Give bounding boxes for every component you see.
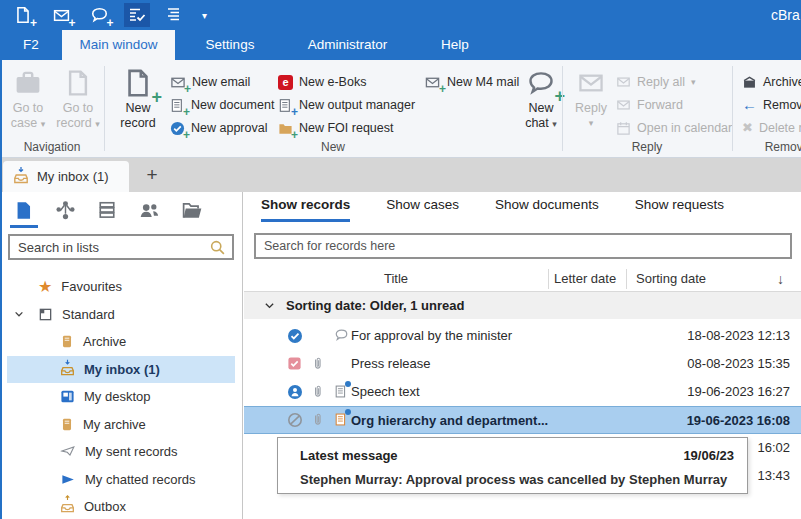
shelf-icon[interactable] — [96, 199, 118, 221]
tab-help[interactable]: Help — [410, 30, 500, 60]
quick-new-email-icon[interactable]: + — [48, 3, 74, 27]
tab-show-requests[interactable]: Show requests — [635, 197, 724, 222]
tree-item-my-inbox[interactable]: My inbox (1) — [7, 356, 235, 384]
forward-button: Forward — [616, 95, 683, 115]
new-record-button[interactable]: + New record — [112, 65, 164, 139]
main-panel: Show records Show cases Show documents S… — [244, 192, 801, 519]
tab-show-cases[interactable]: Show cases — [386, 197, 459, 222]
list-search-input[interactable] — [18, 240, 209, 255]
records-search-box — [254, 233, 792, 259]
inbox-icon — [13, 169, 29, 185]
record-row-selected[interactable]: Org hierarchy and department... 19-06-20… — [244, 406, 801, 434]
chevron-down-icon[interactable] — [13, 308, 25, 320]
group-header-row[interactable]: Sorting date: Older, 1 unread — [244, 292, 801, 319]
tree-item-my-desktop[interactable]: My desktop — [0, 383, 242, 411]
tab-my-inbox[interactable]: My inbox (1) — [3, 161, 129, 192]
archive-book-icon — [60, 334, 74, 349]
paper-plane-icon — [60, 444, 76, 459]
paperclip-icon — [311, 412, 325, 427]
archive-button[interactable]: Archive — [742, 72, 801, 92]
new-chat-button[interactable]: + New chat ▾ — [518, 65, 564, 139]
caret-down-icon: ▾ — [552, 119, 557, 129]
foi-folder-icon: + — [278, 121, 293, 136]
ribbon: Go to case ▾ Go to record ▾ Navigation +… — [0, 60, 801, 158]
reply-all-button: Reply all ▾ — [616, 72, 695, 92]
new-approval-button[interactable]: + New approval — [170, 118, 267, 138]
tree-item-my-archive[interactable]: My archive — [0, 411, 242, 439]
sort-descending-icon: ↓ — [777, 266, 784, 292]
record-row[interactable]: For approval by the minister 18-08-2023 … — [244, 322, 801, 350]
new-approval-icon: + — [170, 121, 185, 136]
new-output-manager-button[interactable]: + New output manager — [278, 95, 415, 115]
tab-show-records[interactable]: Show records — [261, 197, 350, 222]
folders-icon[interactable] — [180, 199, 202, 221]
tab-main-window[interactable]: Main window — [62, 30, 175, 60]
document-tab-strip: My inbox (1) + — [0, 158, 801, 192]
tab-f2[interactable]: F2 — [0, 30, 62, 60]
tab-administrator[interactable]: Administrator — [285, 30, 410, 60]
records-search-input[interactable] — [264, 239, 782, 253]
left-arrow-icon: ← — [742, 98, 757, 112]
new-document-button[interactable]: + New document — [170, 95, 274, 115]
section-label-new: New — [104, 140, 562, 154]
plus-icon: + — [68, 18, 75, 28]
tree-item-favourites[interactable]: ★ Favourites — [0, 273, 242, 301]
output-manager-icon: + — [278, 98, 293, 113]
tree-item-outbox[interactable]: Outbox — [0, 493, 242, 519]
goto-case-button: Go to case ▾ — [4, 65, 52, 139]
new-m4-mail-button[interactable]: + New M4 mail — [424, 72, 519, 92]
table-header: Title Letter date Sorting date ↓ — [244, 266, 801, 292]
remove-from-list-button[interactable]: ← Remove — [742, 95, 801, 115]
plus-icon: + — [151, 92, 162, 102]
org-units-icon[interactable] — [54, 199, 76, 221]
quick-approvals-icon[interactable] — [124, 3, 150, 27]
caret-down-icon: ▾ — [691, 77, 696, 87]
record-row[interactable]: Press release 08-08-2023 15:35 — [244, 350, 801, 378]
quick-access-toolbar: + + + ▾ — [0, 3, 207, 27]
archive-box-icon — [742, 75, 757, 90]
tree-item-archive[interactable]: Archive — [0, 328, 242, 356]
tab-settings[interactable]: Settings — [175, 30, 285, 60]
record-note-icon — [334, 412, 348, 427]
column-divider[interactable] — [626, 269, 627, 289]
tab-show-documents[interactable]: Show documents — [495, 197, 599, 222]
section-label-navigation: Navigation — [0, 140, 104, 154]
standard-box-icon — [38, 307, 53, 322]
tree-item-standard[interactable]: Standard — [0, 301, 242, 329]
caret-down-icon: ▾ — [95, 119, 100, 129]
paperclip-icon — [311, 384, 325, 399]
quick-new-record-icon[interactable]: + — [10, 3, 36, 27]
quick-lists-icon[interactable] — [162, 3, 188, 27]
column-header-sorting-date[interactable]: Sorting date — [636, 266, 706, 292]
records-view-icon[interactable] — [12, 199, 34, 221]
column-header-letter-date[interactable]: Letter date — [554, 266, 616, 292]
tree-item-my-sent-records[interactable]: My sent records — [0, 438, 242, 466]
quick-new-chat-icon[interactable]: + — [86, 3, 112, 27]
chevron-down-icon[interactable] — [263, 299, 276, 312]
desktop-icon — [60, 389, 75, 404]
chat-arrow-icon — [60, 472, 76, 487]
new-tab-button[interactable]: + — [138, 161, 166, 189]
quick-access-caret-icon[interactable]: ▾ — [202, 10, 207, 21]
note-icon — [334, 384, 348, 399]
new-chat-icon: + — [526, 65, 556, 101]
ribbon-tab-bar: F2 Main window Settings Administrator He… — [0, 30, 801, 60]
new-eboks-button[interactable]: e New e-Boks — [278, 72, 366, 92]
tree-item-my-chatted-records[interactable]: My chatted records — [0, 466, 242, 494]
ribbon-divider — [732, 66, 733, 151]
contacts-icon[interactable] — [138, 199, 160, 221]
chat-bubble-icon — [334, 328, 349, 342]
record-row[interactable]: Speech text 19-06-2023 16:27 — [244, 378, 801, 406]
list-search-box — [8, 234, 234, 260]
approver-badge-icon — [287, 384, 303, 400]
reply-button: Reply ▾ — [569, 65, 613, 139]
approved-check-icon — [287, 328, 303, 344]
left-panel: ★ Favourites Standard Archive — [0, 192, 243, 519]
open-in-calendar-button: Open in calendar — [616, 118, 732, 138]
column-header-title[interactable]: Title — [244, 266, 548, 292]
new-foi-request-button[interactable]: + New FOI request — [278, 118, 393, 138]
new-email-button[interactable]: + New email — [170, 72, 250, 92]
tooltip-title: Latest message — [300, 448, 398, 463]
column-divider[interactable] — [548, 269, 549, 289]
briefcase-icon — [14, 65, 42, 101]
